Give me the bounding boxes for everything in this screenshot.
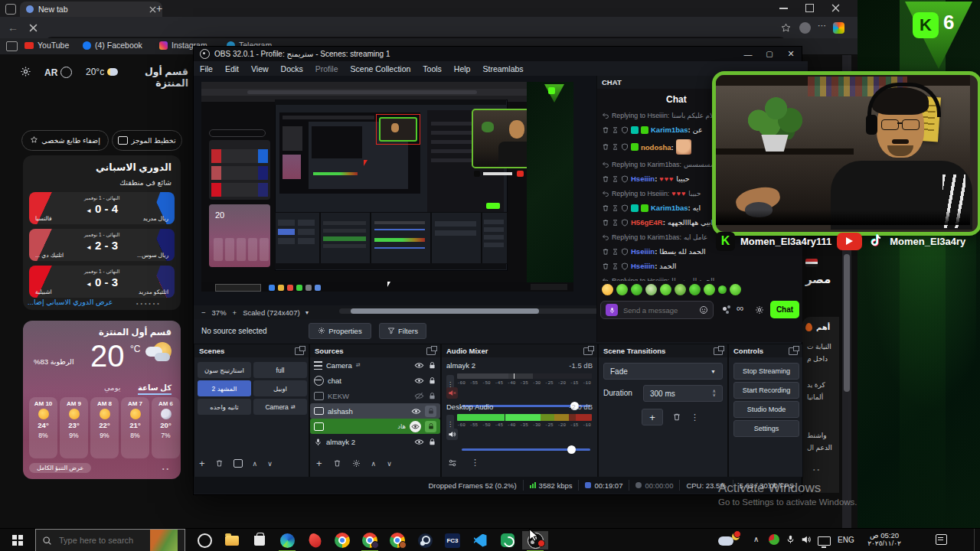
weather-full-forecast-button[interactable]: عرض التنبؤ الكامل: [29, 463, 91, 473]
delete-message-icon[interactable]: [602, 175, 609, 183]
source-row[interactable]: chat: [310, 373, 440, 388]
chat-username[interactable]: Hseiiin: [631, 247, 657, 256]
back-button[interactable]: ←: [8, 21, 18, 34]
dock-popout-icon[interactable]: [426, 347, 436, 355]
browser-menu-icon[interactable]: ⋯: [818, 21, 827, 31]
preview-canvas[interactable]: 20: [201, 82, 573, 292]
reading-list-icon[interactable]: [6, 41, 18, 51]
timeout-icon[interactable]: [612, 143, 619, 151]
chat-message[interactable]: Hseiiin الحمد: [599, 259, 801, 273]
delete-message-icon[interactable]: [602, 204, 609, 212]
source-row[interactable]: Camera⇄: [310, 357, 440, 373]
source-up-button[interactable]: ∧: [371, 460, 377, 468]
news-line[interactable]: داخل م: [807, 355, 828, 363]
bookmark-facebook[interactable]: (4) Facebook: [83, 41, 142, 50]
weather-dots[interactable]: ••: [162, 466, 171, 471]
advanced-audio-icon[interactable]: [448, 458, 457, 468]
news-line[interactable]: النيابة ت: [807, 343, 831, 350]
taskbar-green-app-icon[interactable]: [495, 531, 521, 549]
source-row[interactable]: almayk 2: [310, 434, 440, 449]
feed-layout-button[interactable]: تخطيط الموجز: [112, 130, 182, 151]
news-line[interactable]: واشنط: [807, 432, 827, 439]
obs-maximize-button[interactable]: ▢: [759, 50, 780, 58]
chat-username[interactable]: Karim1bas: [651, 204, 691, 212]
visibility-eye-icon[interactable]: [411, 406, 421, 416]
match-row[interactable]: النهائي - 1 نوفمبر ◄ 2 - 3 اتلتيك دي ...…: [29, 229, 175, 261]
masthead-weather[interactable]: 20°c: [86, 67, 118, 77]
timeout-icon[interactable]: [612, 262, 619, 270]
taskbar-pinned-app-icon[interactable]: [302, 531, 328, 549]
start-button[interactable]: [0, 529, 35, 551]
obs-minimize-button[interactable]: —: [737, 50, 759, 59]
add-scene-button[interactable]: +: [199, 458, 205, 469]
controls-dock-header[interactable]: Controls: [729, 344, 802, 357]
dock-popout-icon[interactable]: [583, 347, 593, 355]
news-line[interactable]: الدعم ال: [807, 444, 832, 452]
delete-message-icon[interactable]: [602, 262, 609, 270]
personalize-button[interactable]: إضفاء طابع شخصي: [21, 130, 109, 151]
taskbar-edge-icon[interactable]: [274, 531, 300, 549]
lock-icon[interactable]: [428, 360, 436, 370]
news-line[interactable]: ألمانيا: [807, 393, 823, 401]
profile-avatar[interactable]: [799, 22, 811, 34]
source-row-highlighted[interactable]: هاد: [310, 419, 440, 434]
eye-chip[interactable]: [410, 421, 421, 432]
copilot-icon[interactable]: [833, 22, 844, 34]
lock-chip[interactable]: [425, 406, 436, 417]
tray-speaker-icon[interactable]: [801, 534, 812, 545]
emote-icon[interactable]: [675, 284, 686, 295]
menu-file[interactable]: File: [200, 64, 213, 73]
volume-slider[interactable]: [462, 448, 590, 451]
match-row[interactable]: النهائي - 1 نوفمبر ◄ 0 - 4 فالنسيا ريال …: [29, 192, 175, 224]
show-desktop-button[interactable]: [974, 529, 980, 551]
visibility-eye-icon[interactable]: [414, 376, 424, 386]
search-input[interactable]: [57, 535, 145, 546]
taskbar-cortana-icon[interactable]: [191, 531, 217, 549]
weather-tab-hourly[interactable]: كل ساعة: [138, 383, 172, 395]
stop-streaming-button[interactable]: Stop Streaming: [733, 363, 799, 380]
menu-streamlabs[interactable]: Streamlabs: [482, 64, 523, 73]
chat-send-button[interactable]: Chat: [770, 301, 799, 318]
obs-close-button[interactable]: ✕: [780, 49, 802, 59]
remove-scene-button[interactable]: [215, 459, 224, 468]
menu-docks[interactable]: Docks: [281, 64, 303, 73]
mixer-dock-header[interactable]: Audio Mixer: [442, 344, 597, 357]
tray-language-label[interactable]: ENG: [838, 536, 854, 544]
chat-username[interactable]: Karim1bas: [651, 126, 691, 134]
taskbar-steam-icon[interactable]: [412, 531, 438, 549]
filters-button[interactable]: Filters: [379, 323, 426, 339]
scaled-resolution-dropdown[interactable]: Scaled (724x407)▼: [243, 308, 309, 317]
ban-icon[interactable]: [621, 219, 629, 227]
emote-icon[interactable]: [660, 284, 671, 295]
scene-filters-button[interactable]: [234, 459, 243, 468]
scene-button[interactable]: ثانيه واحده: [198, 399, 251, 415]
mute-button[interactable]: [446, 387, 458, 399]
taskbar-chrome-icon[interactable]: [329, 531, 355, 549]
delete-message-icon[interactable]: [602, 219, 609, 227]
ban-icon[interactable]: [621, 248, 629, 256]
emote-icon[interactable]: [718, 285, 727, 294]
taskbar-vscode-icon[interactable]: [467, 531, 493, 549]
zoom-out-button[interactable]: −: [201, 308, 206, 317]
timeout-icon[interactable]: [612, 204, 619, 212]
emote-icon[interactable]: [631, 284, 642, 295]
ban-icon[interactable]: [621, 204, 629, 212]
add-source-button[interactable]: +: [316, 458, 322, 469]
source-down-button[interactable]: ∨: [387, 460, 392, 468]
emote-icon[interactable]: [704, 284, 715, 295]
menu-edit[interactable]: Edit: [225, 64, 239, 73]
timeout-icon[interactable]: [612, 175, 619, 183]
taskbar-fc-icon[interactable]: FC3: [439, 531, 466, 549]
chat-username[interactable]: nodosha: [641, 143, 674, 152]
emote-icon[interactable]: [730, 284, 741, 295]
scene-button-selected[interactable]: المشهد 2: [198, 380, 251, 396]
tray-clock[interactable]: 05:20 ص ٢٠٢٥/١١/٠٢: [861, 531, 908, 547]
language-toggle[interactable]: AR: [44, 67, 72, 78]
studio-mode-button[interactable]: Studio Mode: [733, 401, 799, 418]
window-minimize-button[interactable]: [779, 8, 788, 9]
tray-weather-icon[interactable]: [718, 533, 740, 548]
window-close-button[interactable]: [831, 4, 840, 12]
ban-icon[interactable]: [621, 143, 629, 151]
news-line[interactable]: كرة يد: [807, 381, 825, 389]
bookmark-youtube[interactable]: YouTube: [24, 41, 69, 50]
